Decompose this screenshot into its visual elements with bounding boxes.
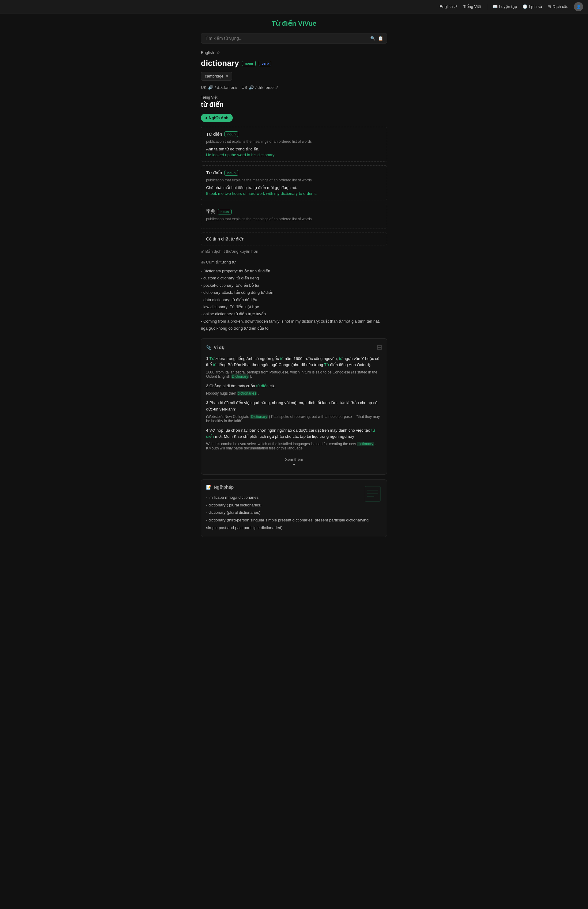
- translation-label: Tiếng Việt: [201, 95, 387, 100]
- nav-dich-cau[interactable]: ⊞ Dịch câu: [548, 4, 569, 9]
- example-4-en: With this combo box you select which of …: [206, 442, 382, 450]
- list-item: - dictionary (plural dictionaries): [206, 509, 382, 516]
- badge-noun[interactable]: noun: [242, 61, 256, 66]
- def-badge-1[interactable]: noun: [225, 131, 238, 137]
- list-item: - dictionary (third-person singular simp…: [206, 516, 382, 532]
- nav-english-label: English: [440, 4, 453, 9]
- def-example-en-2: It took me two hours of hard work with m…: [206, 191, 382, 196]
- pron-us-label: US: [242, 85, 247, 90]
- simple-definition: Có tính chất từ điển: [201, 233, 387, 246]
- list-item: - dictionary attack: tấn công dùng từ đi…: [201, 289, 387, 296]
- nav-dich-cau-label: Dịch câu: [552, 4, 569, 9]
- def-word-1: Từ điển: [206, 131, 222, 137]
- definition-card-3: 字典 noun publication that explains the me…: [201, 204, 387, 229]
- user-avatar[interactable]: 👤: [574, 2, 583, 11]
- def-example-vn-2: Chú phải mất hai tiếng tra tự điển mới g…: [206, 185, 382, 190]
- swap-icon[interactable]: ⇄: [454, 4, 457, 9]
- speaker-us-icon[interactable]: 🔊: [249, 85, 254, 90]
- def-description-2: publication that explains the meanings o…: [206, 177, 382, 183]
- def-example-en-1: He looked up the word in his dictionary.: [206, 152, 382, 157]
- grammar-list: - lm liczba mnoga dictionaries - diction…: [206, 494, 382, 532]
- pronunciation: UK 🔊 / dɪk.fən.ər.i/ US 🔊 / dɪk.fən.er.i…: [201, 85, 387, 90]
- tabs: ● Nghĩa Anh: [201, 114, 387, 122]
- example-3: 3 Phao-lô đã nói đến việc quở nặng, nhưn…: [206, 400, 382, 413]
- search-input[interactable]: [205, 36, 368, 41]
- search-icon[interactable]: 🔍: [370, 36, 375, 41]
- top-navigation: English ⇄ Tiếng Việt 📖 Luyện tập 🕐 Lịch …: [0, 0, 588, 13]
- example-2-en: Nobody hugs their dictionaries .: [206, 391, 382, 396]
- related-list: - Dictionary property: thuộc tính từ điể…: [201, 267, 387, 332]
- nav-tieng-viet[interactable]: Tiếng Việt: [463, 4, 481, 9]
- examples-header-label: Ví dụ: [214, 345, 225, 350]
- def-description-1: publication that explains the meanings o…: [206, 139, 382, 144]
- nav-lich-su[interactable]: 🕐 Lịch sử: [522, 4, 542, 9]
- definition-card-2: Tự điển noun publication that explains t…: [201, 165, 387, 201]
- def-header-3: 字典 noun: [206, 209, 382, 215]
- breadcrumb: English ☆: [201, 50, 387, 55]
- list-item: - law dictionary: Từ điển luật học: [201, 303, 387, 311]
- chevron-down-icon: ▾: [293, 462, 295, 467]
- def-description-3: publication that explains the meanings o…: [206, 216, 382, 222]
- def-badge-2[interactable]: noun: [225, 170, 238, 176]
- grammar-decorative-icon: [363, 485, 382, 504]
- grammar-icon-header: 📝: [206, 485, 211, 490]
- list-item: - online dictionary: từ điển trực tuyến: [201, 311, 387, 317]
- list-item: - lm liczba mnoga dictionaries: [206, 494, 382, 501]
- word-header: dictionary noun verb: [201, 58, 387, 68]
- example-1: 1 Từ zebra trong tiếng Anh có nguồn gốc …: [206, 356, 382, 369]
- badge-verb[interactable]: verb: [259, 61, 271, 66]
- book-icon: 📖: [493, 4, 498, 9]
- speaker-uk-icon[interactable]: 🔊: [208, 85, 213, 90]
- dict-selector-label: cambridge: [205, 74, 224, 78]
- list-item: - pocket-dictionary: từ điển bỏ túi: [201, 282, 387, 289]
- translation-word: từ điển: [201, 101, 387, 109]
- pron-uk-ipa: / dɪk.fən.ər.i/: [215, 85, 237, 90]
- main-content: Từ điển ViVue 🔍 📋 English ☆ dictionary n…: [196, 13, 392, 543]
- show-more-label: Xem thêm: [285, 457, 303, 462]
- def-example-vn-1: Anh ta tìm từ đó trong từ điển.: [206, 147, 382, 151]
- chevron-down-icon: ▾: [226, 74, 228, 78]
- less-frequent[interactable]: ↙ Bản dịch ít thường xuyên hơn: [201, 249, 387, 254]
- def-header-2: Tự điển noun: [206, 170, 382, 176]
- list-item: - dictionary ( plural dictionaries): [206, 501, 382, 509]
- def-word-3: 字典: [206, 209, 215, 215]
- example-4: 4 Với hộp lựa chọn này, bạn chọn ngôn ng…: [206, 427, 382, 440]
- example-2: 2 Chẳng ai đi ôm máy cuốn từ điển cả.: [206, 383, 382, 390]
- clock-icon: 🕐: [522, 4, 527, 9]
- nav-luyen-tap[interactable]: 📖 Luyện tập: [493, 4, 517, 9]
- decorative-icon: ⊟: [376, 343, 382, 351]
- translate-icon: ⊞: [548, 4, 551, 9]
- examples-card: 📎 Ví dụ ⊟ 1 Từ zebra trong tiếng Anh có …: [201, 338, 387, 475]
- examples-header: 📎 Ví dụ ⊟: [206, 343, 382, 351]
- app-title: Từ điển ViVue: [201, 19, 387, 27]
- pron-uk: UK 🔊 / dɪk.fən.ər.i/: [201, 85, 237, 90]
- dictionary-selector[interactable]: cambridge ▾: [201, 72, 232, 81]
- less-frequent-label: ↙ Bản dịch ít thường xuyên hơn: [201, 249, 258, 254]
- show-more-button[interactable]: Xem thêm ▾: [206, 454, 382, 469]
- list-item: - Coming from a broken, downtrodden fami…: [201, 318, 387, 332]
- def-header-1: Từ điển noun: [206, 131, 382, 137]
- word-title: dictionary: [201, 58, 239, 68]
- nav-lich-su-label: Lịch sử: [529, 4, 542, 9]
- example-3-en: (Webster's New Collegiate Dictionary ) P…: [206, 414, 382, 423]
- search-bar: 🔍 📋: [201, 33, 387, 44]
- clipboard-icon[interactable]: 📋: [378, 36, 383, 41]
- list-item: - data dictionary: từ điển dữ liệu: [201, 296, 387, 303]
- definition-card-1: Từ điển noun publication that explains t…: [201, 127, 387, 162]
- grammar-header: 📝 Ngữ pháp: [206, 485, 382, 490]
- pron-us-ipa: / dɪk.fən.er.i/: [255, 85, 278, 90]
- svg-rect-0: [365, 486, 380, 501]
- def-badge-3[interactable]: noun: [218, 209, 231, 215]
- related-section-header: ⁂ Cụm từ tương tự: [201, 260, 387, 264]
- example-icon: 📎: [206, 345, 211, 350]
- pron-uk-label: UK: [201, 85, 207, 90]
- pron-us: US 🔊 / dɪk.fən.er.i/: [242, 85, 278, 90]
- list-item: - Dictionary property: thuộc tính từ điể…: [201, 267, 387, 275]
- nav-luyen-tap-label: Luyện tập: [499, 4, 517, 9]
- tab-label: ● Nghĩa Anh: [205, 115, 228, 120]
- nav-english[interactable]: English ⇄: [440, 4, 458, 9]
- star-icon[interactable]: ☆: [216, 50, 220, 55]
- nav-divider: [487, 4, 487, 10]
- tab-nghia-anh[interactable]: ● Nghĩa Anh: [201, 114, 233, 122]
- list-item: - custom dictionary: từ điển riêng: [201, 275, 387, 281]
